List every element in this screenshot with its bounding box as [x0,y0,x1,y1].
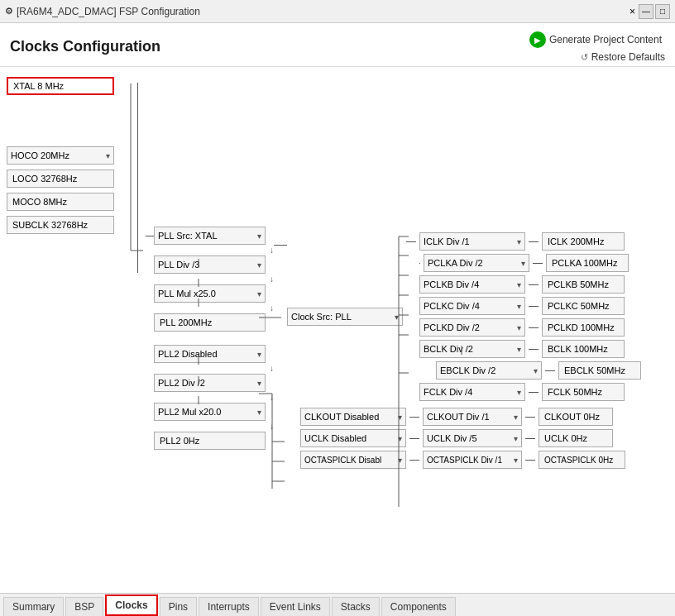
tab-bsp[interactable]: BSP [65,597,103,616]
tab-summary[interactable]: Summary [3,597,64,616]
clocks-area: XTAL 8 MHz HOCO 20MHz LOCO 32768Hz MOCO … [0,67,675,593]
header: Clocks Configuration ▶ Generate Project … [0,23,675,67]
title-bar: ⚙ [RA6M4_ADC_DMAC] FSP Configuration × —… [0,0,675,23]
title-bar-icon: ⚙ [5,6,13,17]
xtal-source: XTAL 8 MHz [7,77,114,95]
close-tab-btn[interactable]: × [626,6,639,17]
clkout-div-select[interactable]: CLKOUT Div /1 [423,408,522,426]
pll-output: PLL 200MHz [154,313,266,332]
pll-mul-select[interactable]: PLL Mul x25.0 [154,284,266,303]
tab-components[interactable]: Components [381,597,456,616]
pclkb-div-select[interactable]: PCLKB Div /4 [419,275,525,294]
pclka-div-select[interactable]: PCLKA Div /2 [424,254,529,272]
main-content: Clocks Configuration ▶ Generate Project … [0,23,675,616]
clkout-output: CLKOUT 0Hz [539,408,613,426]
restore-icon: ↺ [581,52,588,63]
uclk-output: UCLK 0Hz [539,429,613,447]
generate-icon: ▶ [529,31,546,48]
uclk-div-select[interactable]: UCLK Div /5 [423,429,522,447]
title-bar-text: [RA6M4_ADC_DMAC] FSP Configuration [17,6,626,17]
bclk-output: BCLK 100MHz [542,340,625,358]
tab-interrupts[interactable]: Interrupts [199,597,259,616]
tab-stacks[interactable]: Stacks [332,597,380,616]
pll2-mul-select[interactable]: PLL2 Mul x20.0 [154,403,266,421]
restore-defaults-btn[interactable]: ↺ Restore Defaults [581,51,665,63]
pll2-div-select[interactable]: PLL2 Div /2 [154,374,266,392]
octaspi-output: OCTASPICLK 0Hz [539,451,625,469]
subclk-source: SUBCLK 32768Hz [7,216,114,234]
bclk-div-select[interactable]: BCLK Div /2 [419,340,525,358]
ebclk-output: EBCLK 50MHz [558,361,641,380]
octaspi-dis-select[interactable]: OCTASPICLK Disabl [300,451,406,469]
moco-source: MOCO 8MHz [7,193,114,211]
pclkd-output: PCLKD 100MHz [542,318,625,337]
pclkc-div-select[interactable]: PCLKC Div /4 [419,297,525,315]
pll2-select[interactable]: PLL2 Disabled [154,345,266,363]
iclk-div-select[interactable]: ICLK Div /1 [419,232,525,251]
fclk-output: FCLK 50MHz [542,383,625,401]
pclkb-output: PCLKB 50MHz [542,275,625,294]
maximize-btn[interactable]: □ [655,4,670,19]
loco-source: LOCO 32768Hz [7,170,114,188]
pclka-output: PCLKA 100MHz [546,254,629,272]
tab-pins[interactable]: Pins [160,597,197,616]
uclk-dis-select[interactable]: UCLK Disabled [300,429,406,447]
tab-bar: Summary BSP Clocks Pins Interrupts Event… [0,593,675,616]
clkout-dis-select[interactable]: CLKOUT Disabled [300,408,406,426]
ebclk-div-select[interactable]: EBCLK Div /2 [436,361,542,380]
clock-src-select[interactable]: Clock Src: PLL [287,308,403,326]
iclk-output: ICLK 200MHz [542,232,625,251]
hoco-source[interactable]: HOCO 20MHz [7,146,114,165]
tab-clocks[interactable]: Clocks [105,595,157,616]
pll-src-select[interactable]: PLL Src: XTAL [154,227,266,245]
pclkd-div-select[interactable]: PCLKD Div /2 [419,318,525,337]
pclkc-output: PCLKC 50MHz [542,297,625,315]
octaspi-div-select[interactable]: OCTASPICLK Div /1 [423,451,522,469]
pll2-output: PLL2 0Hz [154,432,266,450]
fclk-div-select[interactable]: FCLK Div /4 [419,383,525,401]
generate-button[interactable]: ▶ Generate Project Content [526,30,665,50]
minimize-btn[interactable]: — [639,4,653,19]
pll-div-select[interactable]: PLL Div /3 [154,255,266,274]
header-actions: ▶ Generate Project Content ↺ Restore Def… [526,30,665,63]
page-title: Clocks Configuration [10,38,160,55]
tab-event-links[interactable]: Event Links [261,597,330,616]
